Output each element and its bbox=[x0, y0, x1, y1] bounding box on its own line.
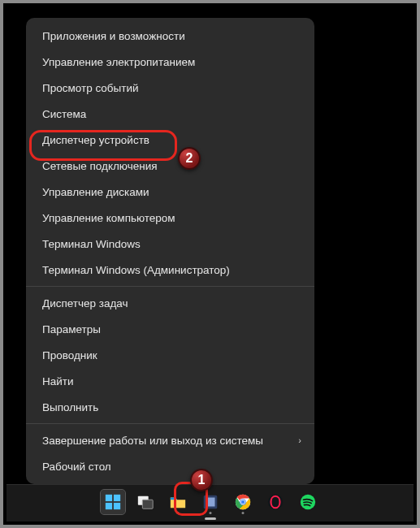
svg-rect-2 bbox=[105, 503, 111, 509]
task-view-icon bbox=[136, 493, 154, 511]
menu-item[interactable]: Выполнить bbox=[26, 394, 314, 420]
taskbar bbox=[6, 484, 414, 522]
menu-separator bbox=[26, 286, 314, 287]
menu-item[interactable]: Найти bbox=[26, 368, 314, 394]
menu-item-label: Сетевые подключения bbox=[42, 160, 158, 172]
menu-item[interactable]: Терминал Windows bbox=[26, 231, 314, 257]
menu-item[interactable]: Параметры bbox=[26, 316, 314, 342]
menu-item[interactable]: Терминал Windows (Администратор) bbox=[26, 257, 314, 283]
menu-item-label: Диспетчер задач bbox=[42, 297, 128, 309]
menu-item[interactable]: Система bbox=[26, 101, 314, 127]
menu-item-label: Система bbox=[42, 108, 86, 120]
menu-item-label: Управление электропитанием bbox=[42, 56, 195, 68]
opera-gx-button[interactable] bbox=[263, 490, 288, 514]
menu-item-label: Параметры bbox=[42, 323, 101, 335]
chrome-button[interactable] bbox=[231, 490, 255, 514]
spotify-icon bbox=[299, 493, 317, 511]
svg-rect-5 bbox=[142, 500, 153, 509]
menu-item-label: Выполнить bbox=[42, 401, 98, 413]
chevron-right-icon: › bbox=[298, 435, 301, 445]
spotify-button[interactable] bbox=[296, 490, 320, 514]
menu-item-label: Приложения и возможности bbox=[42, 30, 185, 42]
chrome-icon bbox=[234, 493, 252, 511]
menu-item[interactable]: Просмотр событий bbox=[26, 75, 314, 101]
taskbar-icons bbox=[101, 484, 320, 520]
menu-item-label: Просмотр событий bbox=[42, 82, 139, 94]
menu-item-label: Найти bbox=[42, 375, 74, 387]
menu-item[interactable]: Приложения и возможности bbox=[26, 23, 314, 49]
menu-item-label: Проводник bbox=[42, 349, 97, 361]
menu-item-label: Рабочий стол bbox=[42, 461, 111, 473]
menu-item[interactable]: Управление дисками bbox=[26, 179, 314, 205]
menu-item[interactable]: Рабочий стол bbox=[26, 453, 314, 479]
menu-item[interactable]: Сетевые подключения bbox=[26, 153, 314, 179]
folder-icon bbox=[169, 493, 187, 511]
menu-item[interactable]: Управление компьютером bbox=[26, 205, 314, 231]
menu-item[interactable]: Проводник bbox=[26, 342, 314, 368]
file-explorer-button[interactable] bbox=[166, 490, 190, 514]
menu-item-label: Управление компьютером bbox=[42, 212, 175, 224]
svg-point-11 bbox=[240, 500, 245, 504]
start-button[interactable] bbox=[101, 490, 125, 514]
menu-item-label: Диспетчер устройств bbox=[42, 134, 149, 146]
svg-rect-1 bbox=[113, 495, 119, 501]
svg-rect-0 bbox=[105, 495, 111, 501]
menu-item-label: Управление дисками bbox=[42, 186, 149, 198]
menu-item[interactable]: Диспетчер устройств bbox=[26, 127, 314, 153]
menu-item[interactable]: Диспетчер задач bbox=[26, 290, 314, 316]
settings-icon bbox=[201, 493, 219, 511]
opera-gx-icon bbox=[266, 493, 284, 511]
settings-button[interactable] bbox=[198, 490, 223, 514]
menu-item-label: Терминал Windows (Администратор) bbox=[42, 264, 230, 276]
screenshot-frame: Приложения и возможностиУправление элект… bbox=[0, 0, 420, 528]
svg-rect-7 bbox=[206, 498, 214, 507]
svg-rect-3 bbox=[113, 503, 119, 509]
task-view-button[interactable] bbox=[133, 490, 158, 514]
menu-item-label: Терминал Windows bbox=[42, 238, 141, 250]
windows-logo-icon bbox=[104, 493, 122, 511]
menu-item[interactable]: Управление электропитанием bbox=[26, 49, 314, 75]
power-user-menu: Приложения и возможностиУправление элект… bbox=[26, 18, 314, 484]
menu-separator bbox=[26, 423, 314, 424]
menu-item-label: Завершение работы или выход из системы bbox=[42, 435, 263, 447]
menu-item[interactable]: Завершение работы или выход из системы› bbox=[26, 427, 314, 453]
